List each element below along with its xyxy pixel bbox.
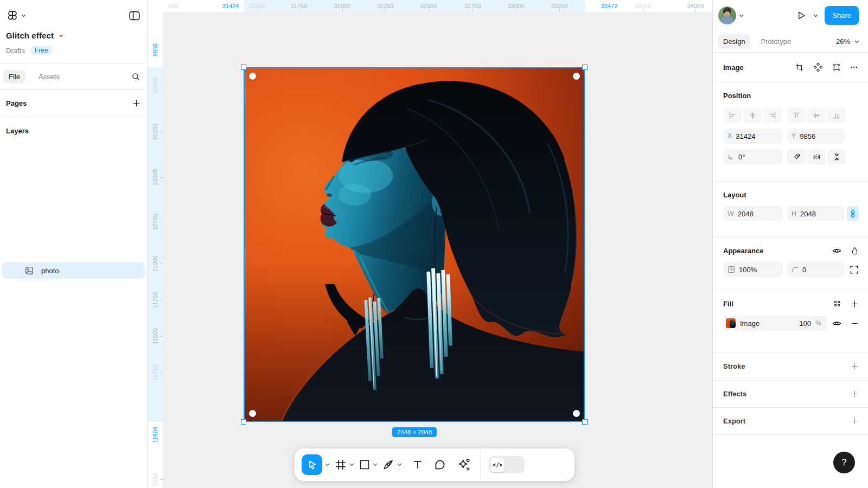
chevron-down-icon[interactable] xyxy=(739,14,744,17)
ruler-tick xyxy=(643,9,643,12)
zoom-level[interactable]: 26% xyxy=(836,37,850,46)
tab-file[interactable]: File xyxy=(3,70,25,84)
dev-mode-toggle[interactable]: </> xyxy=(489,456,525,473)
help-button[interactable]: ? xyxy=(833,452,855,473)
ruler-tick xyxy=(385,9,386,12)
tab-assets[interactable]: Assets xyxy=(39,73,60,81)
blend-droplet-icon[interactable] xyxy=(851,247,859,255)
pen-tool-button[interactable] xyxy=(382,459,394,471)
actions-diamond-icon[interactable] xyxy=(814,63,822,72)
y-position-input[interactable]: Y 9856 xyxy=(787,129,845,144)
expand-corners-icon[interactable] xyxy=(850,265,859,274)
canvas-viewport[interactable]: 2048 × 2048 000 31424 31500 31750 32000 … xyxy=(148,0,712,488)
add-page-icon[interactable] xyxy=(132,99,141,107)
chevron-down-icon[interactable] xyxy=(813,14,818,17)
add-export-icon[interactable] xyxy=(851,417,859,425)
corner-radius-input[interactable]: 0 xyxy=(787,262,845,277)
align-vertical-center-button[interactable] xyxy=(807,107,826,123)
avatar[interactable] xyxy=(718,7,736,24)
tab-design[interactable]: Design xyxy=(718,34,750,49)
present-play-icon[interactable] xyxy=(797,11,806,20)
corner-radius-icon xyxy=(792,266,799,273)
move-tool-button[interactable] xyxy=(302,454,322,475)
selection-handle-top-left[interactable] xyxy=(241,65,246,70)
align-h-center-icon xyxy=(749,112,756,119)
remove-fill-icon[interactable] xyxy=(851,319,859,328)
constrain-proportions-button[interactable] xyxy=(847,206,859,221)
more-options-icon[interactable] xyxy=(850,63,858,72)
ruler-tick xyxy=(160,479,163,480)
radius-handle-bottom-left[interactable] xyxy=(249,410,256,417)
frame-selection-icon[interactable] xyxy=(832,63,841,72)
align-top-button[interactable] xyxy=(787,107,806,123)
rotation-input[interactable]: 0° xyxy=(723,149,783,164)
flip-horizontal-button[interactable] xyxy=(807,149,826,164)
ruler-label: 32250 xyxy=(377,3,394,9)
align-bottom-button[interactable] xyxy=(827,107,846,123)
opacity-input[interactable]: 100% xyxy=(723,262,783,277)
file-title[interactable]: Glitch effect xyxy=(6,31,54,40)
selection-handle-top-right[interactable] xyxy=(582,65,588,70)
ruler-label: 32500 xyxy=(420,3,437,9)
plan-badge[interactable]: Free xyxy=(30,46,53,55)
chevron-down-icon[interactable] xyxy=(854,40,859,43)
chevron-down-icon[interactable] xyxy=(59,34,63,37)
x-position-input[interactable]: X 31424 xyxy=(723,129,783,144)
add-stroke-icon[interactable] xyxy=(851,362,859,370)
actions-tool-button[interactable] xyxy=(457,458,471,472)
fill-row[interactable]: Image 100 % xyxy=(723,316,827,331)
ruler-label: 33750 xyxy=(635,3,652,9)
ruler-tick xyxy=(160,222,163,222)
chevron-down-icon[interactable] xyxy=(373,463,378,466)
add-fill-icon[interactable] xyxy=(851,300,859,308)
comment-tool-button[interactable] xyxy=(434,459,446,471)
shape-tool-button[interactable] xyxy=(359,459,370,470)
ruler-tick xyxy=(160,373,163,373)
ruler-label: 11500 xyxy=(152,328,158,344)
width-input[interactable]: W 2048 xyxy=(723,206,783,221)
chevron-down-icon[interactable] xyxy=(21,14,26,17)
chevron-down-icon[interactable] xyxy=(325,463,330,466)
height-input[interactable]: H 2048 xyxy=(787,206,845,221)
radius-handle-top-left[interactable] xyxy=(249,73,256,80)
search-icon[interactable] xyxy=(131,72,141,81)
x-label: X xyxy=(727,132,732,140)
collapse-panel-button[interactable] xyxy=(129,10,141,22)
pages-header: Pages xyxy=(6,99,27,107)
tab-prototype[interactable]: Prototype xyxy=(761,37,791,46)
align-right-button[interactable] xyxy=(763,107,782,123)
ruler-label: 11000 xyxy=(152,255,158,272)
crop-icon[interactable] xyxy=(795,63,804,72)
position-header: Position xyxy=(723,92,859,100)
align-left-button[interactable] xyxy=(723,107,742,123)
photo-image[interactable] xyxy=(244,67,585,422)
styles-grid-icon[interactable] xyxy=(833,299,841,308)
text-tool-button[interactable] xyxy=(412,459,423,470)
eye-icon[interactable] xyxy=(832,246,841,255)
flip-vertical-button[interactable] xyxy=(827,149,846,164)
share-button[interactable]: Share xyxy=(825,6,859,25)
radius-handle-top-right[interactable] xyxy=(573,73,580,80)
flip-horizontal-icon xyxy=(813,153,821,161)
fill-type: Image xyxy=(740,319,760,328)
ruler-label: 2250 xyxy=(152,473,158,486)
align-horizontal-center-button[interactable] xyxy=(743,107,762,123)
fill-visibility-eye-icon[interactable] xyxy=(832,319,841,328)
add-effect-icon[interactable] xyxy=(851,390,859,398)
rotate-button[interactable] xyxy=(787,149,806,164)
figma-menu-button[interactable] xyxy=(7,10,18,22)
layer-item-photo[interactable]: photo xyxy=(2,262,145,279)
ruler-tick xyxy=(160,264,163,264)
align-left-icon xyxy=(729,112,736,119)
ruler-label: 11750 xyxy=(152,364,158,381)
chevron-down-icon[interactable] xyxy=(397,463,402,466)
layout-header: Layout xyxy=(723,191,859,199)
frame-tool-button[interactable] xyxy=(335,459,347,471)
chevron-down-icon[interactable] xyxy=(349,463,354,466)
radius-handle-bottom-right[interactable] xyxy=(573,410,580,417)
selection-handle-bottom-left[interactable] xyxy=(241,419,246,425)
selection-handle-bottom-right[interactable] xyxy=(582,419,588,425)
flip-vertical-icon xyxy=(833,153,841,161)
fill-header: Fill xyxy=(723,300,733,308)
h-label: H xyxy=(792,210,796,217)
